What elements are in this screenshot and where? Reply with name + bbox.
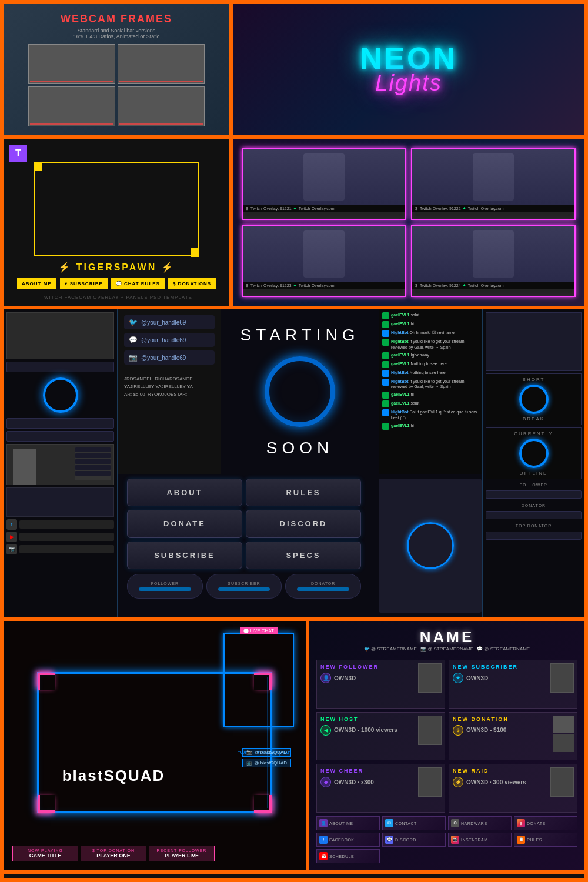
chat-message: gaelEVL1 IgIveaway: [382, 352, 479, 359]
contact-icon: ✉: [385, 819, 393, 827]
twitter-icon: 🐦: [129, 318, 138, 326]
chat-avatar: [382, 409, 389, 416]
blast-now-playing: NOW PLAYING GAME TITLE: [12, 846, 78, 861]
chat-message: gaelEVL1 hi: [382, 423, 479, 430]
blast-social-1: 📷 @ blastSQUAD: [242, 748, 291, 757]
chat-message: gaelEVL1 hi: [382, 321, 479, 328]
currently-label: CURRENTLY: [489, 431, 578, 436]
twitch-icon-small: $: [246, 206, 248, 211]
donation-user: OWN3D - $100: [466, 727, 506, 733]
specs-button[interactable]: SPECS: [246, 542, 361, 569]
subscriber-avatar: [550, 663, 574, 693]
stream-socials-panel: 🐦 @your_handle69 💬 @your_handle69 📷 @you…: [118, 309, 221, 474]
neon-frame-label: $ Twitch-Overlay: 91223 + Twitch-Overlay…: [243, 282, 405, 289]
alert-handle-2: 📷 @ STREAMERNAME: [420, 646, 473, 652]
person-preview: [412, 149, 574, 205]
about-me-btn[interactable]: 👤 ABOUT ME: [316, 816, 380, 830]
soon-text: SOON: [266, 439, 333, 457]
hardware-label: HARDWARE: [461, 821, 487, 826]
subscriber-icon: ★: [453, 673, 463, 683]
donator-label: DONATOR: [311, 582, 335, 586]
webcam-cell: [118, 44, 205, 84]
chat-avatar: [382, 400, 389, 407]
chat-avatar: [382, 392, 389, 399]
facebook-icon: f: [319, 836, 328, 844]
neon-lights-title: Lights: [375, 71, 442, 96]
sidebar-mini-chat: [75, 447, 111, 480]
rules-btn[interactable]: 📋 RULES: [514, 833, 577, 847]
top-donator-label: TOP DONATOR: [486, 524, 582, 528]
chat-message: gaelEVL1 salut: [382, 312, 479, 319]
panel-neon-frame: ⬤ LIVE CHAT TWITCH.TV/blastSQUAD blastSQ…: [4, 621, 309, 870]
panel-neon: NEON Lights: [233, 4, 584, 135]
chat-avatar: [382, 312, 389, 319]
discord-button[interactable]: DISCORD: [246, 510, 361, 537]
about-button[interactable]: ABOUT: [127, 479, 242, 506]
donations-button[interactable]: $ DONATIONS: [168, 278, 216, 289]
donate-btn[interactable]: $ DONATE: [514, 816, 577, 830]
live-chat-frame: ⬤ LIVE CHAT: [223, 633, 294, 727]
blast-social-icons: 📷 @ blastSQUAD 📺 @ blastSQUAD: [242, 748, 291, 767]
new-cheer-box: NEW CHEER ◆ OWN3D · x300: [316, 764, 445, 813]
subscribe-button[interactable]: SUBSCRIBE: [127, 542, 242, 569]
webcam-subtitle: Standard and Social bar versions16:9 + 4…: [74, 28, 159, 39]
blast-top-donation: $ TOP DONATION PLAYER ONE: [81, 846, 146, 861]
webcam-grid: [28, 44, 205, 126]
short-break-label: SHORT: [489, 377, 578, 382]
instagram-btn[interactable]: 📷 INSTAGRAM: [448, 833, 512, 847]
now-playing-value: GAME TITLE: [15, 853, 75, 858]
hardware-btn[interactable]: ⚙ HARDWARE: [448, 816, 512, 830]
stream-countdown: STARTING SOON: [221, 309, 379, 474]
buttons-section: ABOUT RULES DONATE DISCORD SUBSCRIBE SPE…: [118, 474, 370, 617]
stream-top: 🐦 @your_handle69 💬 @your_handle69 📷 @you…: [118, 309, 482, 474]
offline-ring: [519, 439, 549, 468]
row1: WEBCAM FRAMES Standard and Social bar ve…: [4, 4, 584, 139]
youtube-icon: ▶: [6, 532, 17, 542]
stream-sidebar-right: SHORT BREAK CURRENTLY OFFLINE FOLLOWER D…: [482, 309, 584, 617]
neon-frame-cell: $ Twitch-Overlay: 91222 + Twitch-Overlay…: [411, 148, 576, 220]
alert-social-buttons: 👤 ABOUT ME ✉ CONTACT ⚙ HARDWARE $ DONATE…: [316, 816, 577, 863]
blast-name-area: blastSQUAD: [12, 767, 215, 785]
subscriber-stat: SUBSCRIBER: [206, 574, 282, 599]
donator-bar: [297, 587, 349, 591]
new-raid-box: NEW RAID ⚡ OWN3D · 300 viewers: [449, 764, 577, 813]
chat-rules-button[interactable]: 💬 CHAT RULES: [111, 278, 165, 289]
blast-recent-follower: RECENT FOLLOWER PLAYER FIVE: [149, 846, 215, 861]
webcam-cell: [28, 44, 115, 84]
short-break-box: SHORT BREAK: [486, 373, 582, 425]
chat-avatar: [382, 379, 389, 386]
schedule-btn[interactable]: 📅 SCHEDULE: [316, 849, 380, 863]
discord-icon: 💬: [129, 336, 138, 344]
new-host-box: NEW HOST ◀ OWN3D - 1000 viewers: [316, 712, 445, 761]
panel-webcam: WEBCAM FRAMES Standard and Social bar ve…: [4, 4, 233, 135]
facebook-btn[interactable]: f FACEBOOK: [316, 833, 380, 847]
cheer-avatar: [418, 767, 442, 797]
neon-corner-tl: [38, 673, 55, 690]
sidebar-person-silhouette: [13, 449, 36, 485]
rules-button[interactable]: RULES: [246, 479, 361, 506]
follower-user: OWN3D: [334, 675, 356, 681]
live-chat-label: ⬤ LIVE CHAT: [240, 627, 278, 634]
sidebar-bar: [6, 418, 114, 429]
chat-message: NightBot If you'd like to get your strea…: [382, 379, 479, 390]
contact-btn[interactable]: ✉ CONTACT: [382, 816, 446, 830]
neon-frame-cell: $ Twitch-Overlay: 91223 + Twitch-Overlay…: [242, 225, 406, 297]
subscribe-button[interactable]: ♥ SUBSCRIBE: [60, 278, 108, 289]
donate-button[interactable]: DONATE: [127, 510, 242, 537]
blast-social-icon-2: 📺: [246, 760, 252, 766]
tiger-name: ⚡ TIGERSPAWN ⚡: [58, 262, 174, 273]
neon-corner-br: [254, 795, 272, 813]
follower-right-bar: [486, 490, 582, 499]
neon-frame-cell: $ Twitch-Overlay: 91224 + Twitch-Overlay…: [411, 225, 576, 297]
alert-grid: NEW FOLLOWER 👤 OWN3D NEW SUBSCRIBER ★ OW…: [316, 660, 577, 813]
about-me-button[interactable]: ABOUT ME: [17, 278, 56, 289]
blast-bottom-info: NOW PLAYING GAME TITLE $ TOP DONATION PL…: [12, 846, 215, 861]
discord-btn[interactable]: 💬 DISCORD: [382, 833, 446, 847]
instagram-icon: 📷: [6, 544, 17, 554]
chat-message: gaelEVL1 salut: [382, 400, 479, 407]
sidebar-small-box: [6, 487, 114, 517]
follower-icon: 👤: [320, 673, 331, 683]
raid-user: OWN3D · 300 viewers: [466, 779, 526, 786]
person-preview: [243, 149, 405, 205]
stream-sidebar-left: t ▶ 📷: [4, 309, 118, 617]
